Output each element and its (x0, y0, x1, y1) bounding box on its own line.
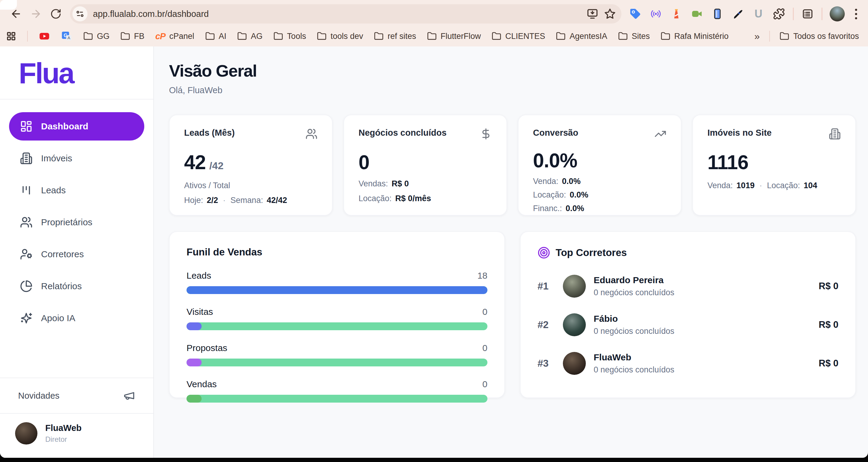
funnel-bar (187, 322, 488, 330)
u-letter-icon: U (754, 7, 763, 20)
sidebar-item-apoio-ia[interactable]: Apoio IA (9, 304, 144, 332)
detail-label: Hoje: (184, 196, 203, 205)
kebab-dot (855, 13, 857, 15)
bookmark-folder-ref-sites[interactable]: ref sites (374, 31, 416, 41)
stat-fraction: /42 (209, 160, 223, 172)
sidebar-item-proprietarios[interactable]: Proprietários (9, 208, 144, 236)
funnel-bar (187, 286, 488, 294)
sparkles-icon (20, 312, 33, 325)
bookmark-folder-agentesia[interactable]: AgentesIA (556, 31, 607, 41)
news-row[interactable]: Novidades (0, 378, 153, 413)
bookmark-folder-tools[interactable]: Tools (273, 31, 306, 41)
browser-menu-button[interactable] (852, 7, 860, 21)
detail-value: 0.0% (570, 190, 589, 200)
url-bar[interactable]: app.flualab.com.br/dashboard (70, 4, 621, 24)
stat-card-conversion: Conversão 0.0% Venda: 0.0% Locação: (518, 114, 681, 216)
detail-value: 42/42 (267, 196, 287, 205)
browser-toolbar: app.flualab.com.br/dashboard (0, 0, 868, 28)
broker-name: Fábio (594, 314, 674, 324)
apps-grid-button[interactable] (6, 31, 16, 41)
phone-extension-button[interactable] (711, 7, 724, 21)
stat-card-properties: Imóveis no Site 1116 Venda: 1019 · Locaç… (692, 114, 856, 216)
sidebar-item-corretores[interactable]: Corretores (9, 240, 144, 268)
funnel-bar-fill (187, 359, 202, 366)
kebab-dot (855, 17, 857, 19)
reload-icon (50, 8, 62, 20)
bookmarks-overflow-button[interactable]: » (754, 31, 760, 42)
sidebar-user[interactable]: FluaWeb Diretor (0, 414, 153, 458)
megaphone-icon[interactable] (123, 390, 135, 402)
detail-label: Venda: (533, 177, 558, 186)
forward-button[interactable] (27, 5, 45, 23)
stat-card-leads: Leads (Mês) 42 /42 Ativos / Total Hoje: … (169, 114, 333, 216)
active-tab-corner (0, 0, 17, 10)
bookmark-youtube[interactable] (39, 30, 50, 42)
broker-info: Eduardo Pereira 0 negócios concluídos (594, 275, 674, 297)
bookmark-folder-flutterflow[interactable]: FlutterFlow (427, 31, 481, 41)
broker-deals: 0 negócios concluídos (594, 327, 674, 336)
sidebar-item-label: Proprietários (41, 217, 92, 227)
tag-assistant-extension-button[interactable] (629, 7, 642, 21)
bookmark-label: Sites (632, 32, 650, 41)
pen-extension-button[interactable] (731, 7, 745, 21)
bookmark-folder-ag[interactable]: AG (237, 31, 262, 41)
sidebar-item-leads[interactable]: Leads (9, 176, 144, 204)
video-camera-icon (691, 8, 703, 20)
broker-rank: #1 (537, 280, 555, 292)
sidebar-item-label: Corretores (41, 249, 84, 259)
broker-avatar (563, 275, 586, 298)
broker-deals: 0 negócios concluídos (594, 288, 674, 297)
funnel-stage-leads: Leads 18 (187, 270, 488, 294)
reload-button[interactable] (47, 5, 65, 23)
trending-up-icon (654, 128, 666, 141)
extensions-menu-button[interactable] (772, 7, 785, 21)
bookmark-label: ref sites (388, 32, 416, 41)
bookmark-folder-clientes[interactable]: CLIENTES (492, 31, 545, 41)
puzzle-icon (773, 8, 785, 20)
sidebar-item-label: Dashboard (41, 121, 88, 131)
lighthouse-extension-button[interactable] (670, 7, 683, 21)
funnel-bar-fill (187, 286, 488, 294)
all-bookmarks-button[interactable]: Todos os favoritos (780, 31, 859, 41)
radio-waves-icon (650, 8, 662, 20)
screen-recorder-extension-button[interactable] (690, 7, 704, 21)
bookmark-folder-ai[interactable]: AI (205, 31, 227, 41)
stage-label: Propostas (187, 343, 227, 353)
folder-icon (492, 31, 501, 41)
sidebar-item-imoveis[interactable]: Imóveis (9, 144, 144, 172)
bookmarks-bar: G A GG FB cP cPanel AI AG Tools (0, 28, 868, 46)
bookmark-translate[interactable]: G A (61, 30, 72, 42)
folder-icon (780, 31, 789, 41)
bookmark-folder-gg[interactable]: GG (83, 31, 110, 41)
broadcast-extension-button[interactable] (649, 7, 662, 21)
bookmark-label: CLIENTES (505, 32, 545, 41)
bookmark-page-button[interactable] (604, 8, 616, 20)
bookmark-label: AG (251, 32, 262, 41)
bookmark-folder-sites[interactable]: Sites (618, 31, 650, 41)
bookmark-label: Rafa Ministério (674, 32, 728, 41)
bookmark-label: tools dev (331, 32, 363, 41)
detail-label: Venda: (707, 181, 733, 190)
browser-profile-avatar[interactable] (830, 6, 845, 22)
sidebar-item-relatorios[interactable]: Relatórios (9, 272, 144, 300)
page-title: Visão Geral (169, 61, 856, 80)
sales-funnel-panel: Funil de Vendas Leads 18 Visitas (169, 231, 505, 398)
stat-subtitle: Ativos / Total (184, 181, 317, 190)
reading-list-button[interactable] (801, 7, 814, 21)
folder-icon (237, 31, 247, 41)
bookmark-folder-fb[interactable]: FB (120, 31, 145, 41)
bookmark-label: AI (219, 32, 227, 41)
bookmark-folder-rafa-ministerio[interactable]: Rafa Ministério (661, 31, 728, 41)
install-app-button[interactable] (586, 8, 598, 20)
broker-row: #2 Fábio 0 negócios concluídos R$ 0 (537, 313, 838, 336)
url-text[interactable]: app.flualab.com.br/dashboard (93, 9, 209, 19)
u-extension-button[interactable]: U (752, 7, 765, 21)
user-avatar (15, 422, 37, 444)
bookmark-folder-tools-dev[interactable]: tools dev (317, 31, 363, 41)
sidebar-item-dashboard[interactable]: Dashboard (9, 112, 144, 140)
stat-detail-line: Locação: 0.0% (533, 190, 666, 200)
sidebar-bottom: Novidades FluaWeb Diretor (0, 377, 153, 458)
bookmark-cpanel[interactable]: cP cPanel (155, 31, 194, 41)
site-settings-button[interactable] (72, 6, 88, 22)
reading-list-icon (802, 8, 814, 20)
